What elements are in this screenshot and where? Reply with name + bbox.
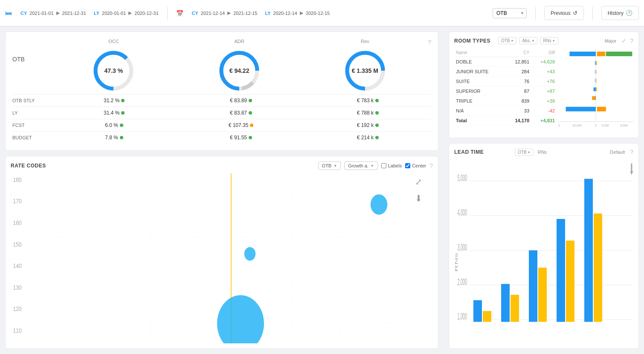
comp-row-label: FCST bbox=[12, 123, 51, 128]
rt-row-diff: +4,831 bbox=[531, 116, 557, 126]
header-divider-3 bbox=[592, 7, 593, 20]
adr-donut: € 94.22 bbox=[216, 47, 263, 94]
header-divider-1 bbox=[167, 7, 168, 20]
rt-table-row: Total 14,170 +4,831 bbox=[454, 116, 557, 126]
center-checkbox[interactable]: Center bbox=[405, 163, 426, 168]
rt-row-diff: +87 bbox=[531, 86, 557, 96]
annual-date-range: CY 2021-01-01 ▶ 2021-12-31 LY 2020-01-01… bbox=[20, 10, 159, 16]
ly-date-start: 2020-12-14 bbox=[273, 11, 297, 16]
history-button[interactable]: History 🕐 bbox=[601, 6, 639, 20]
calendar-icon: 📅 bbox=[176, 10, 183, 17]
rt-row-diff: -42 bbox=[531, 106, 557, 116]
top-header: 🛏 CY 2021-01-01 ▶ 2021-12-31 LY 2020-01-… bbox=[0, 0, 644, 26]
lead-time-header: LEAD TIME OTB RNs Default ? bbox=[454, 149, 633, 156]
center-check-input[interactable] bbox=[405, 163, 410, 168]
rt-row-cy: 76 bbox=[506, 77, 531, 86]
occ-value: 47.3 % bbox=[104, 67, 123, 74]
comp-occ-value: 31.4 % bbox=[51, 110, 177, 116]
svg-rect-61 bbox=[557, 219, 565, 322]
cy-label-annual: CY bbox=[20, 11, 27, 16]
svg-text:0: 0 bbox=[595, 124, 597, 127]
rt-col-diff: Diff bbox=[531, 49, 557, 57]
lead-time-chart: 5,000 4,000 3,000 2,000 1,000 RNs bbox=[454, 159, 633, 343]
svg-text:5,000: 5,000 bbox=[601, 124, 609, 127]
comparison-row: LY 31.4 % € 83.87 € 788 k bbox=[12, 106, 431, 119]
lead-time-help-icon[interactable]: ? bbox=[630, 149, 633, 155]
lead-time-otb-btn[interactable]: OTB bbox=[515, 149, 534, 156]
svg-rect-25 bbox=[606, 52, 632, 56]
svg-rect-36 bbox=[566, 107, 596, 112]
comparison-row: BUDGET 7.8 % € 91.55 € 214 k bbox=[12, 131, 431, 144]
svg-text:4,000: 4,000 bbox=[457, 207, 467, 218]
rt-table-row: TRIPLE 839 +39 bbox=[454, 96, 557, 106]
rate-codes-otb-btn[interactable]: OTB bbox=[318, 161, 341, 170]
svg-rect-57 bbox=[501, 284, 510, 322]
bed-icon: 🛏 bbox=[5, 9, 12, 17]
room-types-help-icon[interactable]: ? bbox=[630, 37, 633, 44]
rt-table-row: SUPERIOR 87 +87 bbox=[454, 86, 557, 96]
occ-donut: 47.3 % bbox=[90, 47, 137, 94]
otb-row-label: OTB bbox=[12, 56, 51, 63]
rt-row-cy: 33 bbox=[506, 106, 531, 116]
rt-row-name: JUNIOR SUITE bbox=[454, 67, 506, 77]
room-types-expand-icon[interactable]: ⤢ bbox=[621, 38, 626, 44]
rt-row-diff: +39 bbox=[531, 96, 557, 106]
svg-rect-37 bbox=[597, 107, 606, 112]
svg-point-18 bbox=[244, 247, 255, 261]
svg-rect-56 bbox=[483, 311, 491, 322]
previous-button[interactable]: Previous ↺ bbox=[544, 6, 584, 20]
history-label: History bbox=[608, 10, 624, 16]
svg-text:150: 150 bbox=[13, 241, 22, 248]
room-types-table-wrapper: Name CY Diff DOBLE 12,851 +4,628 JUNIOR … bbox=[454, 49, 557, 132]
comparison-row: OTB STLY 31.2 % € 83.89 € 783 k bbox=[12, 94, 431, 106]
lt-chart-svg: 5,000 4,000 3,000 2,000 1,000 RNs bbox=[454, 159, 633, 343]
svg-text:170: 170 bbox=[13, 198, 22, 204]
rt-row-name: N/A bbox=[454, 106, 506, 116]
rate-codes-help-icon[interactable]: ? bbox=[429, 162, 433, 169]
labels-checkbox[interactable]: Labels bbox=[381, 163, 402, 168]
rt-col-cy: CY bbox=[506, 49, 531, 57]
svg-rect-33 bbox=[596, 87, 597, 91]
svg-text:20,000: 20,000 bbox=[572, 124, 582, 127]
comp-occ-value: 6.0 % bbox=[51, 122, 177, 128]
svg-rect-32 bbox=[594, 87, 596, 91]
left-panel: OTB OCC 47.3 % ADR bbox=[0, 26, 444, 354]
svg-text:160: 160 bbox=[13, 219, 22, 226]
svg-rect-26 bbox=[595, 61, 596, 65]
metrics-help-icon[interactable]: ? bbox=[428, 39, 431, 46]
room-types-otb-btn[interactable]: OTB bbox=[498, 37, 517, 44]
comp-rev-value: € 788 k bbox=[305, 110, 431, 116]
svg-rect-62 bbox=[566, 240, 574, 322]
svg-rect-63 bbox=[584, 178, 593, 322]
otb-label-col: OTB bbox=[12, 39, 51, 63]
comp-adr-value: € 107.35 bbox=[177, 122, 304, 128]
rt-row-diff: +76 bbox=[531, 77, 557, 86]
rate-codes-growth-btn[interactable]: Growth a. bbox=[344, 161, 378, 170]
rev-value: € 1.335 M bbox=[352, 67, 378, 74]
svg-rect-59 bbox=[529, 250, 537, 322]
svg-rect-30 bbox=[595, 79, 595, 83]
comparison-rows: OTB STLY 31.2 % € 83.89 € 783 k LY 31.4 … bbox=[12, 94, 431, 144]
room-types-rns-btn[interactable]: RNs bbox=[540, 37, 558, 44]
occ-column: OCC 47.3 % bbox=[51, 39, 177, 94]
otb-select[interactable]: OTB bbox=[493, 8, 527, 18]
comparison-row: FCST 6.0 % € 107.35 € 192 k bbox=[12, 119, 431, 131]
comp-occ-value: 31.2 % bbox=[51, 98, 177, 104]
cy-date-start: 2021-12-14 bbox=[201, 11, 225, 16]
room-types-abs-btn[interactable]: Abs. bbox=[519, 37, 537, 44]
rt-col-name: Name bbox=[454, 49, 506, 57]
labels-check-input[interactable] bbox=[381, 163, 386, 168]
rt-row-name: Total bbox=[454, 116, 506, 126]
rt-row-name: SUPERIOR bbox=[454, 86, 506, 96]
rt-table-row: DOBLE 12,851 +4,628 bbox=[454, 57, 557, 67]
comp-rev-value: € 214 k bbox=[305, 135, 431, 141]
svg-rect-23 bbox=[569, 52, 596, 56]
svg-text:RNs: RNs bbox=[454, 253, 458, 272]
rev-column: Rev € 1.335 M bbox=[302, 39, 428, 94]
comp-row-label: LY bbox=[12, 110, 51, 115]
svg-rect-55 bbox=[473, 300, 482, 322]
otb-select-wrapper[interactable]: OTB bbox=[493, 8, 527, 18]
comp-row-label: OTB STLY bbox=[12, 98, 51, 103]
adr-header: ADR bbox=[234, 39, 244, 44]
room-types-table: Name CY Diff DOBLE 12,851 +4,628 JUNIOR … bbox=[454, 49, 557, 126]
